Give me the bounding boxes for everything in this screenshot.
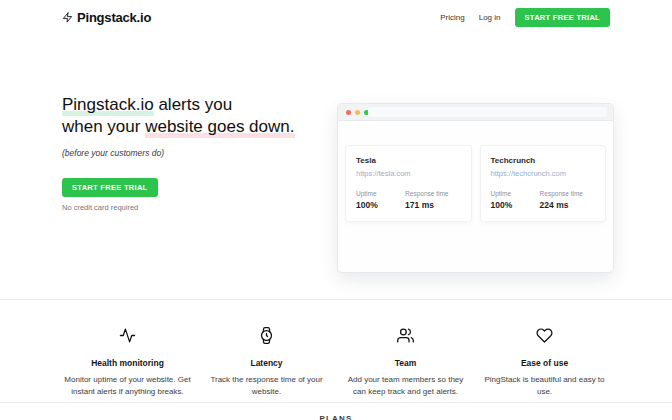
logo-text: Pingstack.io (77, 10, 151, 25)
feature-title: Ease of use (481, 358, 608, 368)
uptime-value: 100% (356, 200, 405, 210)
activity-icon (119, 330, 136, 347)
feature-description: Monitor uptime of your website. Get inst… (64, 374, 191, 398)
feature-title: Team (342, 358, 469, 368)
response-time-label: Response time (405, 190, 460, 197)
nav-link-login[interactable]: Log in (479, 13, 501, 22)
response-time-label: Response time (540, 190, 595, 197)
response-time-value: 224 ms (540, 200, 595, 210)
hero-section: Pingstack.io alerts you when your websit… (0, 28, 672, 300)
monitor-card-techcrunch: Techcrunch https://techcrunch.com Uptime… (481, 146, 606, 221)
feature-latency: Latency Track the response time of your … (197, 327, 336, 398)
features-section: Health monitoring Monitor uptime of your… (0, 299, 672, 398)
header: Pingstack.io Pricing Log in START FREE T… (0, 0, 672, 28)
site-name: Tesla (356, 156, 461, 165)
uptime-label: Uptime (491, 190, 540, 197)
site-url[interactable]: https://tesla.com (356, 169, 461, 178)
hero-cta-note: No credit card required (62, 203, 344, 212)
heart-icon (536, 330, 553, 347)
hero-subtitle: (before your customers do) (62, 148, 344, 158)
browser-content: Tesla https://tesla.com Uptime 100% Resp… (338, 121, 613, 221)
hero-heading-highlight-pink: website goes down. (145, 117, 294, 138)
close-dot-icon (346, 110, 351, 115)
users-icon (397, 330, 414, 347)
minimize-dot-icon (355, 110, 360, 115)
logo[interactable]: Pingstack.io (62, 10, 151, 25)
hero-heading: Pingstack.io alerts you when your websit… (62, 94, 344, 138)
monitor-card-tesla: Tesla https://tesla.com Uptime 100% Resp… (346, 146, 471, 221)
zap-icon (62, 11, 73, 24)
window-controls (346, 110, 369, 115)
feature-ease-of-use: Ease of use PingStack is beautiful and e… (475, 327, 614, 398)
nav-link-pricing[interactable]: Pricing (440, 13, 464, 22)
hero-heading-line1-rest: alerts you (154, 95, 232, 114)
feature-description: PingStack is beautiful and easy to use. (481, 374, 608, 398)
watch-icon (258, 330, 275, 347)
feature-title: Latency (203, 358, 330, 368)
plans-section: PLANS (0, 402, 672, 420)
browser-titlebar (338, 104, 613, 121)
hero-heading-highlight-green: Pingstack.io (62, 95, 154, 116)
browser-address-bar (368, 107, 607, 117)
site-name: Techcrunch (491, 156, 596, 165)
header-start-trial-button[interactable]: START FREE TRIAL (515, 8, 611, 27)
site-url[interactable]: https://techcrunch.com (491, 169, 596, 178)
browser-mockup: Tesla https://tesla.com Uptime 100% Resp… (337, 103, 614, 273)
hero-copy: Pingstack.io alerts you when your websit… (62, 94, 344, 212)
feature-description: Track the response time of your website. (203, 374, 330, 398)
feature-health-monitoring: Health monitoring Monitor uptime of your… (58, 327, 197, 398)
feature-title: Health monitoring (64, 358, 191, 368)
uptime-label: Uptime (356, 190, 405, 197)
hero-start-trial-button[interactable]: START FREE TRIAL (62, 178, 158, 197)
hero-heading-line2-pre: when your (62, 117, 145, 136)
plans-section-label: PLANS (319, 414, 352, 420)
header-nav: Pricing Log in START FREE TRIAL (440, 8, 610, 27)
feature-description: Add your team members so they can keep t… (342, 374, 469, 398)
response-time-value: 171 ms (405, 200, 460, 210)
feature-team: Team Add your team members so they can k… (336, 327, 475, 398)
uptime-value: 100% (491, 200, 540, 210)
